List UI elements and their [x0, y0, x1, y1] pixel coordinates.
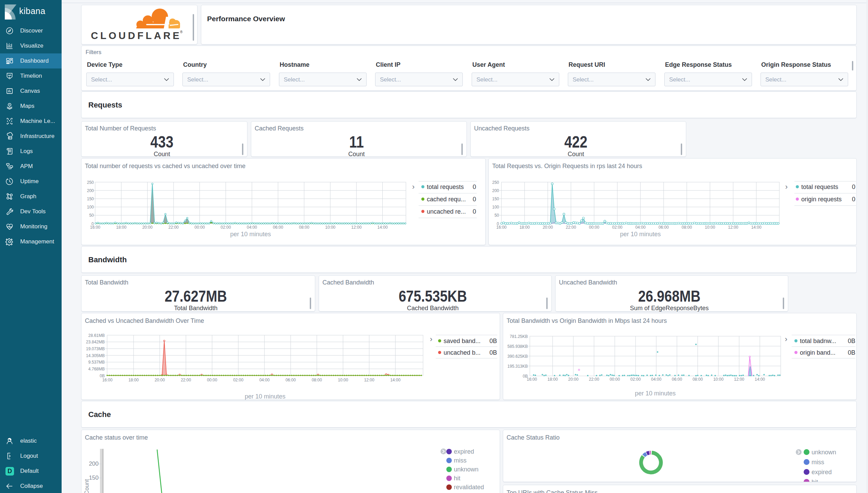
svg-text:200: 200 [87, 188, 94, 193]
svg-text:20:00: 20:00 [542, 225, 553, 230]
svg-text:02:00: 02:00 [630, 377, 641, 382]
svg-text:08:00: 08:00 [312, 378, 322, 382]
svg-text:200: 200 [89, 460, 99, 467]
svg-text:14:00: 14:00 [390, 378, 400, 382]
svg-text:390.625KB: 390.625KB [508, 354, 528, 359]
svg-text:02:00: 02:00 [612, 225, 622, 230]
svg-text:CLOUDFLARE: CLOUDFLARE [91, 30, 182, 41]
svg-text:12:00: 12:00 [351, 225, 361, 230]
svg-text:00:00: 00:00 [589, 225, 599, 230]
svg-text:18:00: 18:00 [128, 378, 139, 382]
svg-text:19.073MB: 19.073MB [86, 346, 105, 351]
svg-text:04:00: 04:00 [259, 378, 270, 382]
svg-text:08:00: 08:00 [299, 225, 309, 230]
svg-text:14:00: 14:00 [378, 225, 388, 230]
svg-text:22:00: 22:00 [181, 378, 191, 382]
svg-text:20:00: 20:00 [568, 377, 578, 382]
svg-text:00:00: 00:00 [610, 377, 620, 382]
svg-text:12:00: 12:00 [364, 378, 374, 382]
svg-text:14.305MB: 14.305MB [86, 353, 105, 358]
svg-text:06:00: 06:00 [672, 377, 682, 382]
svg-text:150: 150 [492, 197, 499, 201]
svg-text:50: 50 [495, 213, 499, 218]
svg-text:150: 150 [87, 197, 94, 201]
svg-text:04:00: 04:00 [247, 225, 257, 230]
svg-text:12:00: 12:00 [728, 225, 738, 230]
svg-text:10:00: 10:00 [713, 377, 724, 382]
svg-text:22:00: 22:00 [589, 377, 599, 382]
svg-text:12:00: 12:00 [734, 377, 744, 382]
svg-text:02:00: 02:00 [233, 378, 243, 382]
svg-text:585.938KB: 585.938KB [508, 344, 528, 349]
svg-text:14:00: 14:00 [755, 377, 765, 382]
svg-text:16:00: 16:00 [527, 377, 537, 382]
svg-text:18:00: 18:00 [116, 225, 126, 230]
svg-text:04:00: 04:00 [635, 225, 646, 230]
svg-text:16:00: 16:00 [102, 378, 113, 382]
svg-text:28.61MB: 28.61MB [88, 333, 105, 338]
svg-text:Count: Count [84, 479, 90, 493]
svg-text:08:00: 08:00 [692, 377, 703, 382]
svg-text:20:00: 20:00 [142, 225, 153, 230]
svg-text:781.25KB: 781.25KB [510, 334, 528, 339]
svg-text:04:00: 04:00 [651, 377, 661, 382]
svg-text:250: 250 [87, 180, 94, 185]
svg-text:02:00: 02:00 [221, 225, 231, 230]
svg-text:20:00: 20:00 [155, 378, 165, 382]
svg-text:22:00: 22:00 [566, 225, 576, 230]
svg-text:08:00: 08:00 [682, 225, 692, 230]
svg-text:200: 200 [492, 188, 499, 193]
svg-text:18:00: 18:00 [520, 225, 530, 230]
svg-text:4.768MB: 4.768MB [88, 367, 105, 371]
svg-text:100: 100 [87, 205, 94, 210]
svg-text:06:00: 06:00 [285, 378, 296, 382]
svg-text:18:00: 18:00 [548, 377, 558, 382]
svg-text:10:00: 10:00 [338, 378, 348, 382]
svg-text:23.842MB: 23.842MB [86, 340, 105, 344]
svg-text:50: 50 [89, 213, 94, 218]
svg-text:100: 100 [492, 205, 499, 210]
svg-text:10:00: 10:00 [705, 225, 715, 230]
svg-text:195.313KB: 195.313KB [508, 364, 528, 369]
svg-text:250: 250 [492, 180, 499, 185]
svg-text:06:00: 06:00 [273, 225, 283, 230]
svg-text:14:00: 14:00 [751, 225, 762, 230]
svg-text:10:00: 10:00 [325, 225, 335, 230]
svg-text:22:00: 22:00 [168, 225, 179, 230]
svg-text:150: 150 [89, 475, 99, 481]
svg-text:16:00: 16:00 [90, 225, 100, 230]
svg-text:06:00: 06:00 [659, 225, 669, 230]
svg-text:16:00: 16:00 [496, 225, 507, 230]
svg-text:9.537MB: 9.537MB [88, 360, 105, 365]
svg-text:®: ® [180, 30, 183, 34]
svg-text:00:00: 00:00 [207, 378, 217, 382]
svg-text:00:00: 00:00 [194, 225, 205, 230]
